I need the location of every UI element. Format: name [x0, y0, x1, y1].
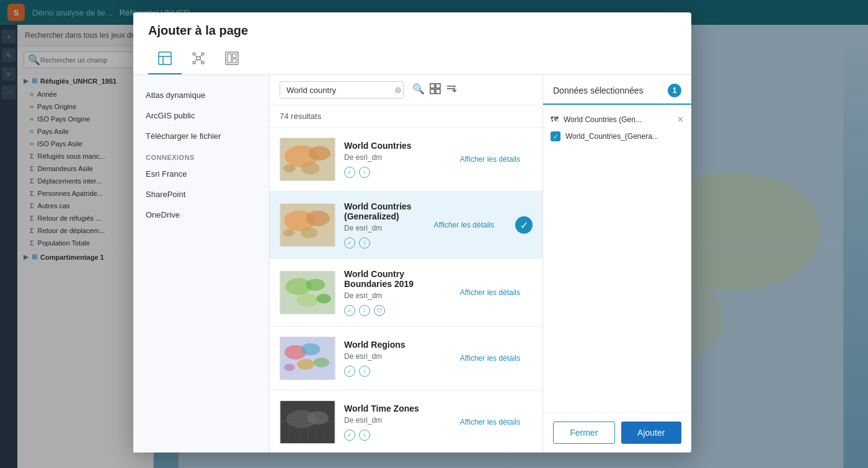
result-name: World Countries	[344, 141, 451, 151]
tab-table[interactable]	[148, 46, 182, 74]
svg-point-45	[317, 294, 331, 304]
verified-icon: ✓	[344, 237, 355, 249]
modal-title: Ajouter à la page	[148, 24, 676, 38]
result-icons: ✓ i 🛡	[344, 305, 451, 316]
source-item-arcgis[interactable]: ArcGIS public	[133, 105, 269, 126]
sort-icon[interactable]	[446, 83, 457, 97]
ajouter-button[interactable]: Ajouter	[621, 422, 682, 444]
details-link[interactable]: Afficher les détails	[460, 154, 520, 165]
search-clear-icon[interactable]: ⊗	[394, 85, 402, 95]
result-source: De esri_dm	[344, 153, 451, 162]
verified-icon: ✓	[344, 167, 355, 178]
svg-point-43	[306, 279, 325, 291]
svg-point-49	[297, 359, 314, 369]
info-icon: i	[359, 366, 370, 377]
info-icon: i	[359, 430, 370, 441]
info-icon: i	[359, 167, 370, 178]
modal-tabs	[148, 46, 676, 74]
result-item-world-regions[interactable]: World Regions De esri_dm ✓ i Afficher le…	[270, 327, 542, 391]
results-toolbar: ⊗ 🔍	[270, 75, 542, 105]
search-input[interactable]	[286, 86, 391, 95]
details-link[interactable]: Afficher les détails	[460, 288, 520, 298]
svg-point-34	[301, 162, 319, 174]
svg-rect-27	[436, 89, 440, 94]
remove-selected-icon[interactable]: ✕	[677, 115, 684, 124]
svg-point-14	[193, 61, 195, 64]
selected-item-1: ✓ World_Countries_(Genera...	[543, 128, 691, 145]
svg-point-60	[307, 412, 329, 425]
svg-rect-23	[232, 59, 236, 63]
svg-point-39	[301, 227, 317, 238]
grid-view-icon[interactable]	[430, 83, 441, 97]
result-thumbnail	[280, 271, 335, 314]
connexion-item-sharepoint[interactable]: SharePoint	[133, 184, 269, 205]
result-thumbnail	[280, 337, 335, 380]
tab-network[interactable]	[182, 46, 215, 74]
result-item-world-country-boundaries[interactable]: World Country Boundaries 2019 De esri_dm…	[270, 259, 542, 327]
svg-point-48	[301, 343, 320, 355]
result-name: World Time Zones	[344, 404, 451, 413]
source-item-upload[interactable]: Télécharger le fichier	[133, 126, 269, 146]
results-panel: ⊗ 🔍 74 résultats World Count	[270, 75, 542, 453]
result-thumbnail	[280, 138, 335, 181]
svg-point-12	[193, 53, 195, 55]
result-item-world-countries[interactable]: World Countries De esri_dm ✓ i Afficher …	[270, 128, 542, 192]
verified-icon: ✓	[344, 366, 355, 377]
selected-item-label: World Countries (Gen...	[564, 115, 672, 124]
map-layer-icon: 🗺	[551, 115, 559, 124]
add-to-page-modal: Ajouter à la page Atlas dynamiqueArcGIS …	[133, 12, 691, 453]
selected-item-checkbox[interactable]: ✓	[551, 131, 560, 141]
connexion-item-onedrive[interactable]: OneDrive	[133, 205, 269, 225]
svg-rect-25	[436, 84, 440, 88]
result-info: World Time Zones De esri_dm ✓ i	[344, 404, 451, 441]
result-name: World Regions	[344, 340, 451, 350]
svg-point-33	[309, 146, 330, 161]
selected-actions: Fermer Ajouter	[543, 412, 691, 453]
search-icon[interactable]: 🔍	[412, 83, 425, 97]
result-source: De esri_dm	[344, 224, 425, 232]
result-item-world-countries-generalized[interactable]: World Countries (Generalized) De esri_dm…	[270, 192, 542, 259]
svg-point-50	[314, 358, 329, 368]
details-link[interactable]: Afficher les détails	[434, 220, 494, 231]
source-item-atlas[interactable]: Atlas dynamique	[133, 85, 269, 105]
result-thumbnail	[280, 400, 335, 444]
result-info: World Countries (Generalized) De esri_dm…	[344, 201, 425, 249]
selected-item-label: World_Countries_(Genera...	[565, 132, 684, 141]
svg-rect-21	[228, 54, 231, 63]
fermer-button[interactable]: Fermer	[553, 422, 615, 444]
svg-point-38	[306, 211, 330, 226]
selected-item-0: 🗺 World Countries (Gen... ✕	[543, 111, 691, 128]
svg-line-19	[200, 60, 202, 61]
result-icons: ✓ i	[344, 366, 451, 377]
search-box[interactable]: ⊗	[280, 81, 404, 99]
result-item-world-time-zones[interactable]: World Time Zones De esri_dm ✓ i Afficher…	[270, 391, 542, 453]
svg-point-13	[202, 53, 204, 55]
result-info: World Regions De esri_dm ✓ i	[344, 340, 451, 377]
svg-point-15	[202, 61, 204, 64]
verified-icon: ✓	[344, 430, 355, 441]
svg-point-44	[297, 294, 319, 307]
verified-icon: ✓	[344, 305, 355, 316]
selected-panel: Données sélectionnées 1 🗺 World Countrie…	[542, 75, 691, 453]
svg-point-51	[284, 364, 294, 371]
details-link[interactable]: Afficher les détails	[460, 353, 520, 364]
source-list: Atlas dynamiqueArcGIS publicTélécharger …	[133, 75, 270, 453]
svg-rect-8	[159, 52, 171, 64]
connexion-item-esri-france[interactable]: Esri France	[133, 164, 269, 184]
selected-panel-header: Données sélectionnées 1	[543, 75, 691, 105]
result-source: De esri_dm	[344, 416, 451, 425]
tab-layout[interactable]	[215, 46, 249, 74]
info-icon: i	[359, 305, 370, 316]
details-link[interactable]: Afficher les détails	[460, 417, 520, 428]
selected-items-list: 🗺 World Countries (Gen... ✕ ✓ World_Coun…	[543, 105, 691, 412]
svg-rect-46	[280, 337, 334, 379]
result-icons: ✓ i	[344, 167, 451, 178]
result-icons: ✓ i	[344, 237, 425, 249]
svg-line-17	[200, 55, 202, 57]
result-source: De esri_dm	[344, 291, 451, 300]
info-icon: i	[359, 237, 370, 249]
result-name: World Countries (Generalized)	[344, 201, 425, 221]
svg-line-16	[195, 55, 197, 57]
source-items: Atlas dynamiqueArcGIS publicTélécharger …	[133, 85, 269, 225]
result-name: World Country Boundaries 2019	[344, 269, 451, 289]
